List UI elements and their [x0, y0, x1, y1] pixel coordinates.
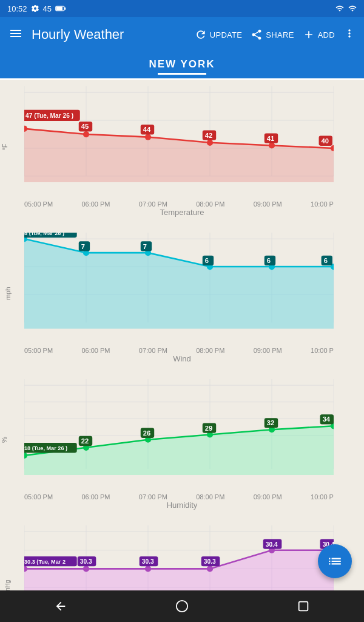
wind-svg: 8 6 4 [24, 233, 334, 335]
menu-button[interactable] [8, 26, 23, 43]
update-label: UPDATE [210, 30, 243, 39]
svg-text:42: 42 [205, 132, 212, 139]
humidity-x-labels: 05:00 PM 06:00 PM 07:00 PM 08:00 PM 09:0… [24, 493, 334, 501]
temperature-section: °F 60 50 40 [0, 80, 364, 220]
city-bar: NEW YORK [0, 52, 364, 80]
time: 10:52 [7, 4, 27, 13]
recents-button[interactable] [291, 594, 315, 618]
wind-chart: mph 8 6 4 [24, 233, 334, 354]
svg-point-19 [145, 134, 151, 140]
fab-list-icon [327, 553, 343, 569]
update-button[interactable]: UPDATE [195, 29, 243, 41]
svg-marker-47 [24, 239, 334, 329]
pressure-section: inHg 30.5 30.4 30.3 30.2 30.1 [0, 519, 364, 590]
back-button[interactable] [49, 594, 73, 618]
signal-icon [348, 4, 357, 13]
svg-text:8 (Tue, Mar 26 ): 8 (Tue, Mar 26 ) [24, 233, 64, 236]
svg-text:40: 40 [322, 137, 329, 145]
update-icon [195, 29, 207, 41]
svg-text:34: 34 [323, 415, 331, 423]
svg-rect-2 [56, 7, 63, 10]
temperature-svg: 60 50 40 [24, 86, 334, 188]
svg-text:22: 22 [81, 437, 89, 445]
pressure-y-label: inHg [4, 580, 11, 590]
svg-point-118 [145, 566, 151, 572]
svg-text:32: 32 [267, 419, 274, 426]
share-label: SHARE [266, 30, 294, 39]
svg-text:44: 44 [143, 126, 151, 133]
temp-y-label: °F [1, 143, 8, 150]
svg-text:30.4: 30.4 [266, 541, 278, 548]
humidity-chart: % 60 50 40 30 [24, 379, 334, 501]
hamburger-icon [8, 26, 23, 41]
status-bar: 10:52 45 [0, 0, 364, 17]
fab-button[interactable] [318, 544, 352, 578]
home-circle-icon [175, 600, 189, 613]
wind-section: mph 8 6 4 [0, 227, 364, 367]
battery-percent: 45 [43, 4, 52, 13]
temp-x-labels: 05:00 PM 06:00 PM 07:00 PM 08:00 PM 09:0… [24, 200, 334, 208]
svg-rect-135 [299, 602, 308, 611]
back-icon [54, 600, 67, 613]
svg-text:7: 7 [143, 243, 147, 250]
pressure-chart: inHg 30.5 30.4 30.3 30.2 30.1 [24, 525, 334, 590]
share-button[interactable]: SHARE [251, 29, 294, 41]
humidity-section: % 60 50 40 30 [0, 373, 364, 513]
svg-text:6: 6 [205, 257, 209, 264]
wind-y-label: mph [4, 287, 12, 299]
wifi-icon [335, 4, 345, 13]
humidity-title: Humidity [0, 501, 364, 513]
app-bar-title: Hourly Weather [32, 27, 186, 43]
svg-text:6: 6 [324, 257, 328, 264]
svg-point-20 [207, 140, 213, 146]
svg-text:26: 26 [143, 429, 150, 437]
temperature-title: Temperature [0, 208, 364, 220]
temperature-chart: °F 60 50 40 [24, 86, 334, 208]
battery-icon [55, 4, 66, 13]
svg-text:29: 29 [205, 425, 212, 432]
nav-bar [0, 590, 364, 622]
svg-text:30.3: 30.3 [204, 558, 216, 565]
more-vert-icon [343, 27, 356, 39]
svg-text:18 (Tue, Mar 26 ): 18 (Tue, Mar 26 ) [24, 445, 67, 451]
svg-point-117 [83, 566, 89, 572]
svg-point-119 [207, 566, 213, 572]
svg-text:41: 41 [267, 135, 274, 142]
humidity-y-label: % [1, 437, 8, 443]
wind-x-labels: 05:00 PM 06:00 PM 07:00 PM 08:00 PM 09:0… [24, 347, 334, 354]
status-left: 10:52 45 [7, 4, 66, 13]
svg-text:30.3 (Tue, Mar 2: 30.3 (Tue, Mar 2 [24, 559, 66, 565]
more-button[interactable] [343, 27, 356, 42]
add-icon [303, 29, 315, 41]
add-label: ADD [318, 30, 335, 39]
svg-text:47 (Tue, Mar 26 ): 47 (Tue, Mar 26 ) [25, 112, 73, 119]
charts-container: °F 60 50 40 [0, 80, 364, 590]
wind-title: Wind [0, 354, 364, 367]
status-right [335, 4, 357, 13]
city-name: NEW YORK [149, 58, 215, 70]
svg-rect-1 [64, 7, 66, 10]
svg-text:45: 45 [81, 123, 89, 130]
share-icon [251, 29, 263, 41]
svg-point-18 [83, 131, 89, 137]
home-button[interactable] [170, 594, 194, 618]
svg-text:30.3: 30.3 [142, 558, 154, 565]
settings-icon [31, 4, 39, 13]
svg-point-134 [177, 601, 187, 612]
add-button[interactable]: ADD [303, 29, 335, 41]
app-bar: Hourly Weather UPDATE SHARE ADD [0, 17, 364, 52]
humidity-svg: 60 50 40 30 [24, 379, 334, 481]
svg-text:7: 7 [81, 243, 85, 250]
pressure-svg: 30.5 30.4 30.3 30.2 30.1 [24, 525, 334, 590]
square-icon [297, 600, 310, 613]
svg-marker-115 [24, 550, 334, 590]
svg-marker-16 [24, 129, 334, 182]
svg-text:6: 6 [267, 257, 271, 264]
svg-text:30.3: 30.3 [80, 558, 92, 565]
